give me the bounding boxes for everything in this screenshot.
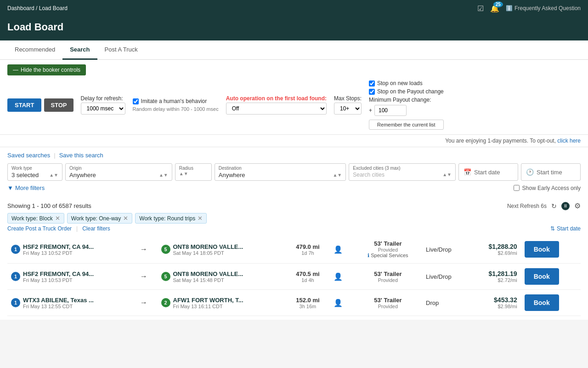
book-button-3[interactable]: Book: [525, 294, 559, 311]
create-post-link[interactable]: Create Post a Truck Order: [7, 225, 72, 232]
payments-link[interactable]: click here: [557, 138, 581, 144]
trailer-type-1: 53' Trailer: [357, 240, 418, 247]
imitate-label: Imitate a human's behavior: [141, 98, 207, 104]
payout-prefix: +: [369, 107, 372, 114]
hide-booker-button[interactable]: — Hide the booker controls: [7, 64, 86, 75]
distance-val-2: 470.5 mi: [289, 270, 326, 277]
hide-booker-label: Hide the booker controls: [21, 67, 80, 73]
origin-num-2: 1: [11, 272, 20, 281]
notifications-icon[interactable]: 🔔 25: [490, 4, 499, 13]
random-hint: Random delay within 700 - 1000 msec: [133, 106, 219, 112]
duration-val-3: 3h 16m: [289, 304, 326, 309]
stop-payout-row: Stop on the Payout change: [369, 88, 444, 95]
book-button-2[interactable]: Book: [525, 268, 559, 285]
early-access-checkbox[interactable]: [514, 185, 520, 191]
load-origin-cell: 1 WTX3 ABILENE, Texas ... Fri May 13 12:…: [7, 290, 136, 316]
clear-filters-link[interactable]: Clear filters: [82, 225, 110, 232]
breadcrumb-dashboard[interactable]: Dashboard: [7, 5, 34, 12]
start-time-filter[interactable]: 🕐 Start time: [521, 163, 581, 181]
results-header: Showing 1 - 100 of 6587 results Next Ref…: [7, 201, 581, 210]
tab-search[interactable]: Search: [62, 40, 97, 60]
load-origin-cell: 1 HSF2 FREMONT, CA 94... Fri May 13 10:5…: [7, 264, 136, 290]
duration-val-1: 1d 7h: [289, 250, 326, 256]
dest-name-3: AFW1 FORT WORTH, T...: [173, 297, 243, 304]
tags-row: Work type: Block ✕ Work type: One-way ✕ …: [7, 213, 581, 224]
remember-button[interactable]: Remember the current list: [369, 120, 444, 130]
tag-block-close[interactable]: ✕: [55, 215, 60, 222]
auto-op-select[interactable]: Off: [226, 103, 327, 115]
price-per-mi-1: $2.69/mi: [473, 250, 517, 256]
price-per-mi-3: $2.98/mi: [473, 304, 517, 309]
more-filters-row: ▼ More filters Show Early Access only: [7, 181, 581, 193]
tab-recommended[interactable]: Recommended: [7, 40, 62, 60]
stop-payout-checkbox[interactable]: [369, 89, 375, 95]
origin-filter[interactable]: Origin Anywhere ▲▼: [65, 163, 172, 181]
person-icon-2: 👤: [334, 273, 343, 281]
page-title: Load Board: [7, 21, 63, 33]
dest-num-2: 5: [161, 272, 170, 281]
arrow-2: →: [136, 264, 158, 290]
settings-icon[interactable]: ⚙: [574, 201, 581, 210]
delay-select[interactable]: 1000 msec: [81, 103, 125, 115]
saved-searches-link[interactable]: Saved searches: [7, 152, 50, 159]
saved-row: Saved searches | Save this search: [7, 152, 581, 159]
refresh-icon[interactable]: ↻: [551, 202, 557, 210]
price-cell-2: $1,281.19 $2.72/mi: [469, 264, 521, 290]
work-type-filter[interactable]: Work type 3 selected ▲▼: [7, 163, 62, 181]
loads-table: 1 HSF2 FREMONT, CA 94... Fri May 13 10:5…: [7, 236, 581, 316]
origin-time-1: Fri May 13 10:52 PDT: [23, 250, 94, 256]
auto-op-group: Auto operation on the first load found: …: [226, 95, 327, 115]
destination-arrows: ▲▼: [333, 173, 342, 178]
distance-val-3: 152.0 mi: [289, 297, 326, 304]
payments-text: You are enjoying 1-day payments. To opt-…: [445, 138, 556, 144]
origin-num-1: 1: [11, 245, 20, 254]
start-date-filter[interactable]: 📅 Start date: [458, 163, 518, 181]
trailer-sub-1: Provided: [357, 247, 418, 253]
payments-notice: You are enjoying 1-day payments. To opt-…: [0, 135, 588, 147]
faq-link[interactable]: ℹ️ Frequently Asked Question: [506, 5, 581, 12]
excluded-value: Search cities ▲▼: [353, 172, 452, 178]
actions-row: Create Post a Truck Order | Clear filter…: [7, 225, 581, 232]
clock-icon: 🕐: [526, 168, 534, 176]
breadcrumb-loadboard[interactable]: Load Board: [39, 5, 68, 12]
dest-num-1: 5: [161, 245, 170, 254]
sort-control[interactable]: ⇅ Start date: [550, 225, 581, 232]
checkbox-icon[interactable]: ☑: [477, 4, 484, 13]
info-icon-1: ℹ: [368, 253, 369, 258]
table-row: 1 WTX3 ABILENE, Texas ... Fri May 13 12:…: [7, 290, 581, 316]
distance-val-1: 479.0 mi: [289, 243, 326, 250]
distance-cell-1: 479.0 mi 1d 7h: [286, 236, 330, 264]
tag-block: Work type: Block ✕: [7, 213, 64, 224]
trailer-cell-3: 53' Trailer Provided: [354, 290, 422, 316]
tag-one-way-close[interactable]: ✕: [123, 215, 128, 222]
payout-input[interactable]: [374, 105, 407, 116]
person-icon-1: 👤: [334, 246, 343, 253]
origin-arrows: ▲▼: [159, 173, 168, 178]
excluded-cities-filter[interactable]: Excluded cities (3 max) Search cities ▲▼: [349, 163, 456, 181]
start-button[interactable]: START: [7, 98, 41, 112]
imitate-checkbox[interactable]: [133, 98, 139, 104]
book-button-1[interactable]: Book: [525, 241, 559, 258]
load-dest-cell-1: 5 ONT8 MORENO VALLE... Sat May 14 18:05 …: [158, 236, 286, 264]
trailer-sub-2: Provided: [357, 277, 418, 283]
tag-block-label: Work type: Block: [11, 215, 53, 222]
radius-filter[interactable]: Radius ▲▼: [175, 163, 212, 181]
breadcrumb: Dashboard / Load Board: [7, 5, 68, 12]
pause-icon[interactable]: ⏸: [561, 202, 570, 210]
dest-time-2: Sat May 14 15:48 PDT: [173, 277, 243, 283]
trailer-sub-3: Provided: [357, 304, 418, 309]
destination-filter[interactable]: Destination Anywhere ▲▼: [215, 163, 346, 181]
calendar-icon: 📅: [464, 168, 471, 176]
payout-input-row: Minimum Payout change:: [369, 97, 444, 103]
person-icon-cell-1: 👤: [330, 236, 354, 264]
trailer-cell-1: 53' Trailer Provided ℹ Special Services: [354, 236, 422, 264]
tab-post-truck[interactable]: Post A Truck: [97, 40, 145, 60]
tag-round-trips-close[interactable]: ✕: [198, 215, 203, 222]
max-stops-select[interactable]: 10+: [334, 103, 362, 115]
delay-label: Delay for refresh:: [81, 95, 125, 102]
max-stops-label: Max Stops:: [334, 95, 362, 102]
stop-button[interactable]: STOP: [44, 98, 73, 112]
stop-new-loads-checkbox[interactable]: [369, 80, 375, 86]
more-filters-button[interactable]: ▼ More filters: [7, 184, 45, 191]
save-this-search-link[interactable]: Save this search: [59, 152, 103, 159]
